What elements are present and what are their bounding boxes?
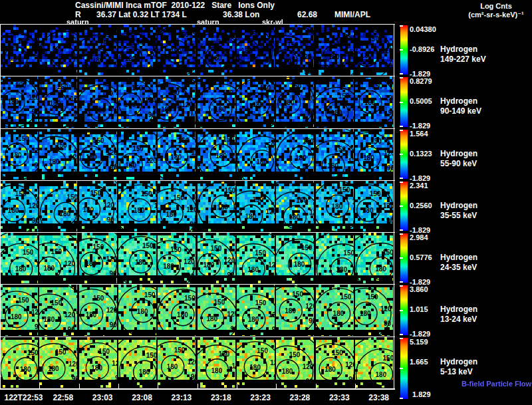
energy-label-6: 5-13 keV: [440, 368, 473, 376]
species-label-4: Hydrogen: [440, 253, 477, 262]
panel-canvas-r4c9: [355, 233, 393, 283]
grid-right-line: [394, 25, 394, 389]
time-tick-label-3: 23:08: [132, 393, 152, 402]
axis-tick-3: [118, 384, 119, 389]
scale-mid-label-0: -0.8926: [410, 45, 434, 53]
overlay-saturn-2: saturn: [197, 18, 219, 26]
scale-min-label-5: -1.829: [410, 330, 430, 338]
colorbar-4-tick-1: [400, 257, 403, 259]
panel-canvas-r6c5: [198, 337, 235, 388]
axis-tick-9: [355, 384, 356, 389]
colorbar-1-tick-2: [400, 126, 403, 127]
axis-tick-0: [0, 384, 1, 389]
overlay-skr-wl: skr-wl: [262, 18, 283, 26]
scale-max-label-2: 1.564: [410, 130, 428, 138]
scale-mid-label-2: 0.1323: [410, 150, 432, 158]
panel-canvas-r5c1: [39, 285, 77, 336]
colorbar-5-tick-0: [400, 285, 403, 287]
scale-max-label-6: 5.159: [410, 338, 428, 346]
panel-canvas-r5c0: [0, 285, 38, 336]
colorbar-6-tick-0: [400, 338, 403, 339]
heatmap-row-5: [0, 285, 395, 337]
panel-canvas-r0c6: [237, 25, 275, 75]
colorbar-3-tick-0: [400, 182, 403, 183]
heatmap-row-4: [0, 233, 395, 285]
panel-canvas-r1c9: [355, 76, 393, 128]
energy-label-0: 149-227 keV: [440, 55, 486, 64]
scale-max-label-0: 0.04380: [410, 25, 436, 33]
panel-canvas-r5c3: [118, 285, 156, 336]
energy-label-5: 13-24 keV: [440, 315, 477, 324]
heatmap-row-0: [0, 25, 395, 76]
subtitle-part-3: 62.68: [297, 10, 317, 19]
axis-tick-8: [316, 384, 317, 389]
panel-canvas-r4c8: [316, 233, 354, 283]
panel-canvas-r4c1: [39, 233, 77, 283]
colorbar-4-tick-0: [400, 233, 403, 235]
panel-canvas-r0c2: [79, 25, 117, 75]
panel-canvas-r1c8: [316, 76, 354, 128]
panel-canvas-r1c6: [237, 76, 275, 128]
axis-tick-1: [39, 384, 40, 389]
subtitle-part-1: 36.37 Lat 0.32 LT 1734 L: [96, 10, 187, 19]
panel-canvas-r6c0: [0, 337, 38, 388]
scale-max-label-1: 0.8279: [410, 77, 432, 85]
panel-canvas-r3c9: [355, 181, 393, 231]
energy-label-2: 55-90 keV: [440, 160, 477, 168]
panel-canvas-r2c8: [316, 129, 354, 180]
panel-canvas-r3c8: [316, 181, 354, 231]
panel-canvas-r3c4: [158, 181, 196, 231]
colorbar-5-tick-2: [400, 334, 403, 335]
panel-canvas-r0c1: [39, 25, 77, 75]
panel-canvas-r3c3: [118, 181, 156, 231]
colorbar-6-tick-1: [400, 368, 403, 369]
cassini-mimi-plot: Cassini/MIMI Inca mTOF 2010-122 Stare Io…: [0, 0, 532, 405]
panel-canvas-r6c3: [118, 337, 156, 388]
panel-canvas-r6c2: [79, 337, 117, 388]
axis-tick-7: [276, 384, 277, 389]
panel-canvas-r4c6: [237, 233, 275, 283]
panel-canvas-r1c4: [158, 76, 196, 128]
panel-canvas-r2c5: [198, 129, 235, 180]
panel-canvas-r6c7: [276, 337, 314, 388]
scale-mid-label-3: 0.2560: [410, 202, 432, 209]
panel-canvas-r1c1: [39, 76, 77, 128]
panel-canvas-r2c0: [0, 129, 38, 180]
scale-mid-label-6: 1.665: [410, 358, 428, 366]
time-tick-label-5: 23:18: [211, 393, 231, 402]
scale-min-label-1: -1.829: [410, 122, 430, 130]
panel-canvas-r0c5: [198, 25, 235, 75]
heatmap-row-1: [0, 76, 395, 129]
panel-canvas-r2c1: [39, 129, 77, 180]
panel-canvas-r4c3: [118, 233, 156, 283]
species-label-2: Hydrogen: [440, 150, 477, 158]
species-label-1: Hydrogen: [440, 97, 477, 106]
heatmap-row-3: [0, 181, 395, 233]
panel-canvas-r0c3: [118, 25, 156, 75]
axis-line: [0, 389, 395, 390]
species-label-3: Hydrogen: [440, 202, 477, 210]
subtitle-part-2: 36.38 Lon: [223, 10, 259, 19]
panel-canvas-r4c5: [198, 233, 235, 283]
panel-canvas-r4c4: [158, 233, 196, 283]
panel-canvas-r1c3: [118, 76, 156, 128]
energy-label-3: 35-55 keV: [440, 211, 477, 220]
panel-canvas-r3c6: [237, 181, 275, 231]
panel-canvas-r0c8: [316, 25, 354, 75]
panel-canvas-r6c6: [237, 337, 275, 388]
panel-canvas-r5c4: [158, 285, 196, 336]
colorbar-0-tick-0: [400, 25, 403, 27]
panel-canvas-r4c0: [0, 233, 38, 283]
colorbar-5-tick-1: [400, 310, 403, 311]
panel-canvas-r3c0: [0, 181, 38, 231]
species-label-6: Hydrogen: [440, 358, 477, 366]
panel-canvas-r3c7: [276, 181, 314, 231]
panel-canvas-r5c5: [198, 285, 235, 336]
bfield-flow-label: B-field Particle Flow: [462, 380, 531, 388]
time-tick-label-7: 23:28: [290, 393, 311, 402]
page-title: Cassini/MIMI Inca mTOF 2010-122 Stare Io…: [75, 1, 275, 10]
species-label-0: Hydrogen: [440, 45, 477, 54]
axis-tick-6: [237, 384, 237, 389]
colorbar-2-tick-1: [400, 154, 403, 155]
grid-left-line: [0, 25, 1, 389]
